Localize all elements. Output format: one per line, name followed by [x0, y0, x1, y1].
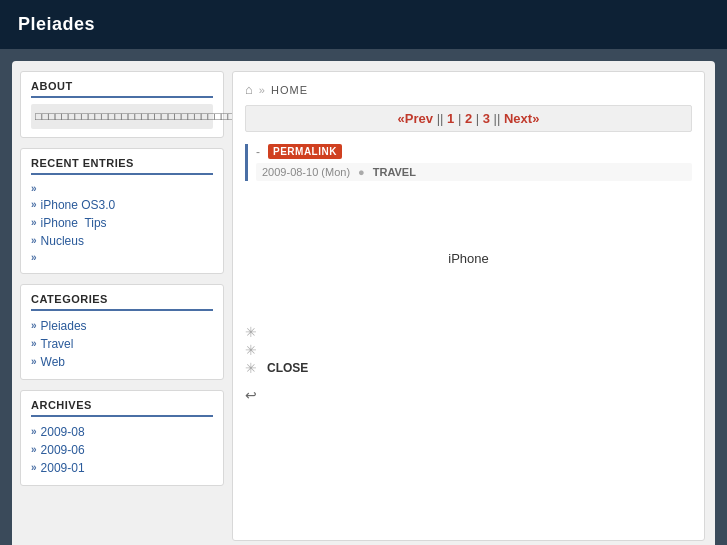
asterisk-icon-2: ✳ — [245, 342, 257, 358]
categories-title: CATEGORIES — [31, 293, 213, 311]
chevron-icon: » — [31, 338, 37, 349]
footer-bottom: ↩ — [245, 387, 692, 403]
post-footer: ✳ ✳ ✳ CLOSE ↩ — [245, 316, 692, 403]
sidebar: ABOUT □□□□□□□□□□□□□□□□□□□□□□□□□□□□□□□□□□… — [12, 61, 232, 545]
recent-entry-link[interactable]: Nucleus — [41, 234, 84, 248]
chevron-icon: » — [31, 183, 37, 194]
post-dash: - — [256, 145, 260, 159]
page-1-link[interactable]: 1 — [447, 111, 454, 126]
chevron-icon: » — [31, 426, 37, 437]
about-section: ABOUT □□□□□□□□□□□□□□□□□□□□□□□□□□□□□□□□□□… — [20, 71, 224, 138]
chevron-icon: » — [31, 235, 37, 246]
breadcrumb: ⌂ » HOME — [245, 82, 692, 97]
list-item: » Pleiades — [31, 317, 213, 335]
pagination-pipe1: | — [458, 111, 465, 126]
return-icon: ↩ — [245, 387, 257, 403]
archives-title: ARCHIVES — [31, 399, 213, 417]
list-item: » iPhone Tips — [31, 214, 213, 232]
page-wrapper: ABOUT □□□□□□□□□□□□□□□□□□□□□□□□□□□□□□□□□□… — [12, 61, 715, 545]
chevron-icon: » — [31, 462, 37, 473]
pagination-bar: «Prev || 1 | 2 | 3 || Next» — [245, 105, 692, 132]
archive-link[interactable]: 2009-06 — [41, 443, 85, 457]
chevron-icon: » — [31, 444, 37, 455]
chevron-icon: » — [31, 320, 37, 331]
chevron-icon: » — [31, 252, 37, 263]
list-item: » — [31, 181, 213, 196]
archive-link[interactable]: 2009-01 — [41, 461, 85, 475]
post-meta: 2009-08-10 (Mon) ● TRAVEL — [256, 163, 692, 181]
list-item: » Web — [31, 353, 213, 371]
post-date: 2009-08-10 (Mon) — [262, 166, 350, 178]
post-header: - PERMALINK — [256, 144, 692, 159]
list-item: » Travel — [31, 335, 213, 353]
close-label: CLOSE — [267, 361, 308, 375]
categories-list: » Pleiades » Travel » Web — [31, 317, 213, 371]
permalink-badge: PERMALINK — [268, 144, 342, 159]
about-title: ABOUT — [31, 80, 213, 98]
pagination-pipe2: | — [476, 111, 483, 126]
category-link[interactable]: Web — [41, 355, 65, 369]
archives-section: ARCHIVES » 2009-08 » 2009-06 » 2009-01 — [20, 390, 224, 486]
categories-section: CATEGORIES » Pleiades » Travel » Web — [20, 284, 224, 380]
pagination-sep2: || — [494, 111, 504, 126]
list-item: » iPhone OS3.0 — [31, 196, 213, 214]
list-item: » 2009-08 — [31, 423, 213, 441]
list-item: » 2009-06 — [31, 441, 213, 459]
home-icon: ⌂ — [245, 82, 253, 97]
asterisk-icon-1: ✳ — [245, 324, 257, 340]
archive-link[interactable]: 2009-08 — [41, 425, 85, 439]
chevron-icon: » — [31, 356, 37, 367]
list-item: » — [31, 250, 213, 265]
post-content: iPhone — [245, 191, 692, 306]
post-iphone-text: iPhone — [448, 251, 488, 266]
list-item: » 2009-01 — [31, 459, 213, 477]
category-link[interactable]: Pleiades — [41, 319, 87, 333]
footer-row-1: ✳ — [245, 324, 692, 340]
pagination-sep1: || — [437, 111, 447, 126]
recent-entries-title: RECENT ENTRIES — [31, 157, 213, 175]
footer-row-3: ✳ CLOSE — [245, 360, 692, 376]
recent-entry-link[interactable]: iPhone OS3.0 — [41, 198, 116, 212]
category-travel-link[interactable]: TRAVEL — [373, 166, 416, 178]
chevron-icon: » — [31, 199, 37, 210]
post-category: TRAVEL — [373, 166, 416, 178]
asterisk-icon-3: ✳ — [245, 360, 257, 376]
main-content: ⌂ » HOME «Prev || 1 | 2 | 3 || Next» - P… — [232, 71, 705, 541]
recent-entry-link[interactable]: iPhone Tips — [41, 216, 107, 230]
next-page-link[interactable]: Next» — [504, 111, 539, 126]
footer-row-2: ✳ — [245, 342, 692, 358]
list-item: » Nucleus — [31, 232, 213, 250]
footer-icons: ✳ ✳ ✳ CLOSE — [245, 324, 692, 376]
prev-page-link[interactable]: «Prev — [398, 111, 433, 126]
site-title: Pleiades — [18, 14, 95, 34]
page-2-link[interactable]: 2 — [465, 111, 472, 126]
post-dot: ● — [358, 166, 365, 178]
category-link[interactable]: Travel — [41, 337, 74, 351]
page-3-link[interactable]: 3 — [483, 111, 490, 126]
recent-entries-list: » » iPhone OS3.0 » iPhone Tips » Nucleus… — [31, 181, 213, 265]
chevron-icon: » — [31, 217, 37, 228]
about-text: □□□□□□□□□□□□□□□□□□□□□□□□□□□□□□□□□□□□□□□□… — [31, 104, 213, 129]
breadcrumb-separator: » — [259, 84, 265, 96]
breadcrumb-home: HOME — [271, 84, 308, 96]
site-header: Pleiades — [0, 0, 727, 49]
archives-list: » 2009-08 » 2009-06 » 2009-01 — [31, 423, 213, 477]
recent-entries-section: RECENT ENTRIES » » iPhone OS3.0 » iPhone… — [20, 148, 224, 274]
post-entry: - PERMALINK 2009-08-10 (Mon) ● TRAVEL — [245, 144, 692, 181]
